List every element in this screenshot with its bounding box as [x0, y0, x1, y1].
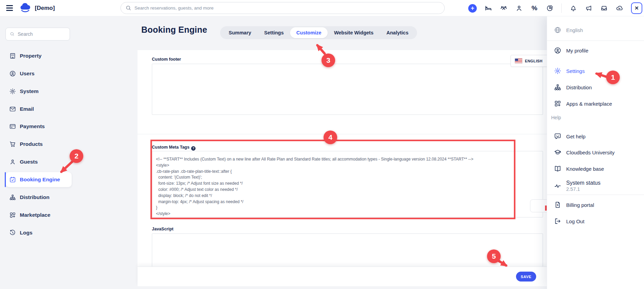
- app-window: [Demo] + %: [0, 0, 644, 289]
- guest-icon[interactable]: [515, 4, 523, 12]
- sidebar-item-email[interactable]: Email: [6, 102, 72, 117]
- sidebar-item-label: Marketplace: [20, 212, 51, 218]
- save-button[interactable]: SAVE: [516, 272, 536, 282]
- invoice-icon: $: [554, 201, 561, 209]
- credit-card-icon: [9, 123, 16, 130]
- promotions-percent-icon[interactable]: %: [531, 4, 538, 12]
- menu-item-label: Get help: [566, 134, 586, 139]
- gear-icon: [9, 88, 16, 95]
- system-version: 2.57.1: [566, 186, 600, 193]
- quick-add-icon[interactable]: +: [468, 4, 477, 13]
- custom-meta-tags-code: <!-- **START** Includes (Custom Text) on…: [152, 151, 543, 217]
- calendar-check-icon: [9, 176, 16, 183]
- sidebar-item-distribution[interactable]: Distribution: [6, 190, 72, 205]
- hamburger-menu-icon[interactable]: [6, 5, 13, 11]
- custom-meta-tags-textarea[interactable]: <!-- **START** Includes (Custom Text) on…: [152, 151, 543, 217]
- menu-item-system-status[interactable]: System status 2.57.1: [547, 179, 644, 194]
- tab-customize[interactable]: Customize: [290, 27, 327, 38]
- menu-item-cloudbeds-university[interactable]: Cloudbeds University: [547, 146, 644, 159]
- notifications-bell-icon[interactable]: [570, 4, 577, 12]
- sidebar-item-booking-engine[interactable]: Booking Engine: [6, 172, 72, 187]
- sidebar-item-label: Payments: [20, 123, 45, 130]
- account-menu: English My profile Settings Distribution: [547, 16, 644, 289]
- sidebar-item-label: Booking Engine: [20, 177, 60, 183]
- sidebar-item-guests[interactable]: Guests: [6, 154, 72, 169]
- tab-website-widgets[interactable]: Website Widgets: [328, 26, 380, 39]
- sidebar-item-users[interactable]: Users: [6, 66, 72, 81]
- sidebar-item-label: Property: [20, 53, 42, 59]
- menu-item-billing-portal[interactable]: $ Billing portal: [547, 198, 644, 212]
- sidebar-item-payments[interactable]: Payments: [6, 119, 72, 134]
- property-name: [Demo]: [35, 5, 55, 12]
- sidebar-search: [5, 28, 70, 41]
- chat-icon: [554, 133, 561, 140]
- sidebar-item-logs[interactable]: Logs: [6, 225, 72, 240]
- menu-item-label: Log Out: [566, 218, 584, 224]
- settings-sidebar: Property Users System Email Payments Pro…: [0, 16, 138, 289]
- close-menu-button[interactable]: ✕: [631, 2, 642, 14]
- menu-item-label: Cloudbeds University: [566, 150, 615, 155]
- menu-item-my-profile[interactable]: My profile: [547, 44, 644, 57]
- booking-engine-tabs: Summary Settings Customize Website Widge…: [220, 26, 417, 39]
- tab-analytics[interactable]: Analytics: [380, 26, 415, 39]
- menu-item-log-out[interactable]: Log Out: [547, 214, 644, 228]
- tab-settings[interactable]: Settings: [258, 26, 290, 39]
- menu-item-distribution[interactable]: Distribution: [547, 80, 644, 94]
- menu-item-apps-marketplace[interactable]: Apps & marketplace: [547, 97, 644, 110]
- sidebar-item-label: Products: [20, 141, 43, 147]
- sidebar-item-label: System: [20, 88, 39, 94]
- top-bar: [Demo] + %: [0, 0, 644, 16]
- javascript-textarea[interactable]: [152, 233, 543, 268]
- menu-item-settings[interactable]: Settings: [547, 64, 644, 78]
- search-icon: [126, 5, 131, 11]
- menu-item-knowledge-base[interactable]: Knowledge base: [547, 162, 644, 176]
- inbox-tray-icon[interactable]: [600, 4, 608, 12]
- topbar-divider: [561, 3, 562, 13]
- reservations-bed-icon[interactable]: [485, 4, 492, 12]
- language-selector-value: ENGLISH: [525, 59, 543, 63]
- user-circle-icon: [9, 70, 16, 77]
- custom-footer-label: Custom footer: [152, 57, 181, 62]
- sidebar-item-products[interactable]: Products: [6, 137, 72, 152]
- globe-icon: [554, 26, 561, 34]
- user-circle-icon: [554, 47, 561, 54]
- sidebar-item-label: Users: [20, 71, 34, 77]
- pulse-icon: [554, 182, 561, 190]
- sidebar-item-marketplace[interactable]: Marketplace: [6, 208, 72, 223]
- global-search-input[interactable]: [134, 5, 440, 11]
- grid-plus-icon: [554, 100, 561, 107]
- customize-panel: Custom footer ENGLISH Custom Meta Tags? …: [138, 50, 547, 286]
- logout-icon: [554, 217, 561, 225]
- menu-divider: [547, 41, 644, 41]
- reports-pie-icon[interactable]: [546, 4, 554, 12]
- gear-icon: [554, 67, 561, 75]
- custom-footer-textarea[interactable]: [152, 64, 543, 115]
- graduation-cap-icon: [554, 149, 561, 156]
- envelope-icon: [9, 106, 16, 112]
- groups-icon[interactable]: [500, 4, 507, 12]
- topbar-actions: + % w: [468, 0, 642, 16]
- menu-item-label: Settings: [566, 68, 585, 74]
- menu-item-language[interactable]: English: [547, 23, 644, 37]
- tab-summary[interactable]: Summary: [222, 26, 258, 39]
- page-title: Booking Engine: [141, 25, 207, 35]
- grid-plus-icon: [9, 212, 16, 218]
- cloudbeds-assistant-icon[interactable]: w: [616, 4, 623, 12]
- help-section-header: Help: [551, 115, 561, 120]
- sitemap-icon: [9, 194, 16, 201]
- menu-item-get-help[interactable]: Get help: [547, 130, 644, 143]
- language-selector[interactable]: ENGLISH: [511, 55, 551, 67]
- menu-item-label: My profile: [566, 48, 588, 54]
- menu-item-label: Knowledge base: [566, 166, 604, 172]
- sidebar-item-property[interactable]: Property: [6, 48, 72, 63]
- global-search: [120, 2, 445, 14]
- menu-item-label: English: [566, 27, 583, 33]
- search-icon: [10, 31, 15, 37]
- help-tooltip-icon[interactable]: ?: [191, 146, 196, 151]
- person-icon: [9, 158, 16, 165]
- sidebar-item-label: Logs: [20, 230, 32, 236]
- sidebar-search-input[interactable]: [18, 31, 66, 37]
- announcements-megaphone-icon[interactable]: [585, 4, 592, 12]
- action-footer: SAVE: [138, 267, 547, 286]
- sidebar-item-system[interactable]: System: [6, 84, 72, 99]
